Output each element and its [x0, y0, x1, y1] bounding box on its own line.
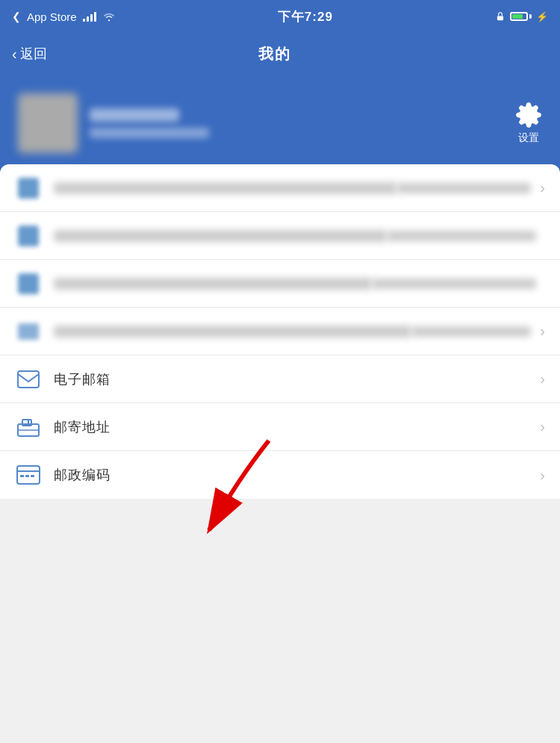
blurred-value-4	[411, 326, 531, 337]
blurred-item-2	[0, 212, 560, 260]
chevron-icon-1: ›	[540, 179, 545, 196]
svg-rect-1	[18, 371, 39, 388]
profile-info-section	[18, 93, 209, 153]
svg-rect-10	[22, 475, 24, 477]
blurred-icon-2	[15, 223, 42, 249]
blurred-text-2	[54, 230, 387, 242]
back-label: 返回	[20, 45, 47, 63]
svg-rect-12	[33, 475, 34, 477]
postcode-label: 邮政编码	[54, 466, 540, 484]
profile-header: 设置	[0, 75, 560, 172]
settings-label: 设置	[518, 131, 539, 145]
blurred-text-4	[54, 326, 411, 338]
address-label: 邮寄地址	[54, 418, 540, 436]
signal-icon	[83, 11, 96, 22]
email-icon	[15, 366, 42, 393]
postcode-chevron: ›	[540, 467, 545, 484]
status-bar: ❮ App Store 下午7:29 ⚡	[0, 0, 560, 33]
status-right: ⚡	[495, 11, 548, 22]
blurred-icon-3	[15, 270, 42, 297]
address-icon	[15, 414, 42, 441]
svg-rect-11	[28, 475, 29, 477]
battery-icon	[510, 12, 532, 21]
blurred-text-3	[54, 278, 372, 290]
blurred-icon-4	[15, 318, 42, 345]
blurred-value-2	[387, 231, 536, 241]
blurred-item-3	[0, 260, 560, 308]
blurred-item-4: ›	[0, 308, 560, 355]
chevron-back-icon: ❮	[12, 10, 21, 22]
nav-bar: ‹ 返回 我的	[0, 33, 560, 75]
carrier-label: App Store	[27, 10, 77, 23]
avatar	[18, 93, 78, 153]
profile-subtitle	[90, 128, 209, 138]
page-title: 我的	[258, 44, 291, 64]
gear-icon	[515, 102, 542, 128]
blurred-item-1: ›	[0, 164, 560, 212]
content-area: › › 电子邮箱 ›	[0, 164, 560, 499]
lock-icon	[495, 11, 505, 22]
status-time: 下午7:29	[278, 8, 333, 25]
charging-icon: ⚡	[536, 11, 548, 22]
back-button[interactable]: ‹ 返回	[12, 45, 47, 63]
postcode-icon	[15, 461, 42, 488]
email-chevron: ›	[540, 370, 545, 388]
email-item[interactable]: 电子邮箱 ›	[0, 355, 560, 403]
profile-name	[90, 108, 179, 122]
wifi-icon	[102, 11, 116, 22]
address-chevron: ›	[540, 418, 545, 435]
svg-rect-0	[497, 16, 503, 20]
back-chevron-icon: ‹	[12, 46, 17, 63]
email-label: 电子邮箱	[54, 370, 540, 388]
blurred-value-3	[372, 279, 536, 289]
blurred-text-1	[54, 182, 396, 194]
profile-text	[90, 108, 209, 138]
blurred-icon-1	[15, 175, 42, 202]
address-item[interactable]: 邮寄地址 ›	[0, 403, 560, 451]
blurred-value-1	[396, 183, 531, 193]
settings-button[interactable]: 设置	[515, 102, 542, 145]
chevron-icon-4: ›	[540, 323, 545, 340]
status-left: ❮ App Store	[12, 10, 116, 23]
postcode-item[interactable]: 邮政编码 ›	[0, 451, 560, 499]
